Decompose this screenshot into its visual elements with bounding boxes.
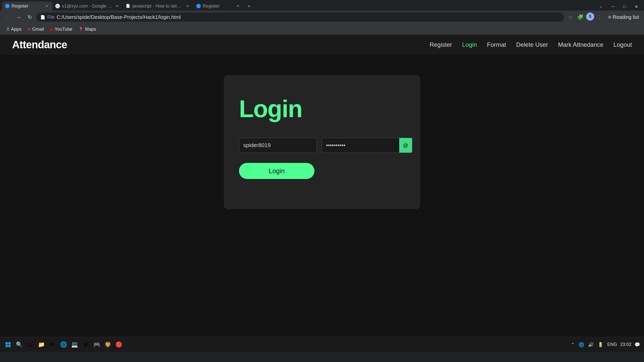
bookmark-apps-label: Apps [11,27,21,32]
browser-chrome: 🌐 Register ✕ G x1@xyz.com - Google Searc… [0,0,644,35]
bookmark-gmail-label: Gmail [32,27,44,32]
taskbar-terminal-button[interactable]: 🖥 [80,340,91,350]
extensions-button[interactable]: 🧩 [576,13,585,22]
nav-register[interactable]: Register [430,41,452,48]
nav-delete-user[interactable]: Delete User [516,41,548,48]
login-title: Login [239,95,405,123]
youtube-icon: ▶ [50,27,53,32]
gmail-icon: ✉ [27,27,31,32]
nav-login[interactable]: Login [462,41,477,48]
address-prefix: File [47,15,55,20]
reading-list-icon: ≡ [608,14,611,20]
taskbar-chrome-button[interactable]: 🔴 [114,340,124,350]
at-icon: @ [403,143,408,148]
tab-close-3[interactable]: ✕ [185,4,190,9]
app-navbar: Attendance Register Login Format Delete … [0,35,644,55]
bookmark-youtube-label: YouTube [55,27,72,32]
svg-rect-1 [8,342,11,344]
tab-register-active[interactable]: 🌐 Register ✕ [2,2,52,11]
tab-label-3: javascript - How to select nth ite... [132,4,183,9]
password-toggle-button[interactable]: @ [399,138,412,153]
svg-rect-3 [8,345,11,347]
nav-logout[interactable]: Logout [614,41,632,48]
tab-close-2[interactable]: ✕ [115,4,120,9]
taskbar-taskview-button[interactable]: 🗂 [25,340,35,350]
bookmark-apps[interactable]: ⠿ Apps [4,26,24,33]
window-controls: ─ □ ✕ [607,3,642,11]
maps-icon: 📍 [78,27,84,32]
login-submit-button[interactable]: Login [239,163,314,179]
close-button[interactable]: ✕ [630,3,642,11]
tab-favicon-3: 📄 [126,4,130,8]
taskbar-files-button[interactable]: 📁 [36,340,46,350]
password-wrapper: @ [322,138,412,153]
nav-format[interactable]: Format [487,41,506,48]
minimize-button[interactable]: ─ [607,3,619,11]
card-container: Login @ Login [0,55,644,209]
tab-javascript[interactable]: 📄 javascript - How to select nth ite... … [123,2,193,11]
forward-button[interactable]: → [14,13,23,22]
password-input[interactable] [322,138,399,153]
taskbar: 🔍 🗂 📁 ✉ 🌐 💻 🖥 🎮 🦁 🔴 ⌃ 🌐 🔊 🔋 ENG 23:02 💬 [0,337,644,352]
reload-button[interactable]: ↻ [25,13,34,22]
taskbar-start-button[interactable] [3,340,13,350]
tab-label-2: x1@xyz.com - Google Search [62,4,113,9]
tabs-row: 🌐 Register ✕ G x1@xyz.com - Google Searc… [0,0,644,11]
tab-favicon-1: 🌐 [5,4,10,8]
profile-button[interactable]: S [586,13,594,21]
tray-volume-icon[interactable]: 🔊 [587,341,595,348]
apps-icon: ⠿ [7,27,10,32]
address-text: C:/Users/spide/Desktop/Base-Projects/Hac… [57,14,560,20]
menu-button[interactable]: ⋮ [595,13,604,22]
tab-google[interactable]: G x1@xyz.com - Google Search ✕ [52,2,123,11]
back-button[interactable]: ← [3,13,12,22]
tab-label-1: Register [12,4,42,9]
form-row: @ [239,138,405,153]
bookmark-maps[interactable]: 📍 Maps [76,26,99,33]
app-nav-links: Register Login Format Delete User Mark A… [430,41,632,48]
tab-register-2[interactable]: 🌐 Register ✕ [193,2,244,11]
tray-language[interactable]: ENG [606,341,618,348]
clock-time: 23:02 [620,341,631,348]
tray-battery-icon[interactable]: 🔋 [597,341,604,348]
login-card: Login @ Login [224,75,420,209]
tab-overflow[interactable]: ⌄ [596,2,605,11]
tray-chevron-icon[interactable]: ⌃ [570,341,576,348]
taskbar-search-button[interactable]: 🔍 [14,340,24,350]
taskbar-clock: 23:02 [620,341,631,348]
app-logo: Attendance [12,39,67,51]
tab-favicon-2: G [55,4,60,8]
bookmark-maps-label: Maps [85,27,96,32]
bookmark-star-button[interactable]: ☆ [566,13,575,22]
tab-label-4: Register [203,4,233,9]
svg-rect-0 [6,342,8,344]
taskbar-xbox-button[interactable]: 🎮 [92,340,102,350]
taskbar-vscode-button[interactable]: 💻 [69,340,79,350]
tab-close-1[interactable]: ✕ [44,4,49,9]
main-content: Attendance Register Login Format Delete … [0,35,644,352]
nav-mark-attendance[interactable]: Mark Attnedance [558,41,603,48]
bookmark-youtube[interactable]: ▶ YouTube [48,26,75,33]
taskbar-browser-button[interactable]: 🌐 [58,340,68,350]
reading-list-label: Reading list [613,14,639,20]
taskbar-system-tray: ⌃ 🌐 🔊 🔋 ENG 23:02 💬 [570,341,641,348]
address-bar-actions: ☆ 🧩 S ⋮ [566,13,604,22]
maximize-button[interactable]: □ [619,3,630,11]
file-icon: 📄 [40,15,45,20]
bookmark-gmail[interactable]: ✉ Gmail [25,26,47,33]
address-bar-row: ← → ↻ 📄 File C:/Users/spide/Desktop/Base… [0,11,644,24]
tab-favicon-4: 🌐 [196,4,201,8]
taskbar-mail-button[interactable]: ✉ [47,340,57,350]
username-input[interactable] [239,138,317,153]
tray-notification-icon[interactable]: 💬 [633,341,641,348]
tray-network-icon[interactable]: 🌐 [578,341,585,348]
taskbar-brave-button[interactable]: 🦁 [103,340,113,350]
tab-close-4[interactable]: ✕ [235,4,240,9]
new-tab-button[interactable]: ＋ [245,2,254,11]
address-bar[interactable]: 📄 File C:/Users/spide/Desktop/Base-Proje… [36,13,564,22]
svg-rect-2 [6,345,8,347]
reading-list-button[interactable]: ≡ Reading list [606,13,641,21]
bookmarks-bar: ⠿ Apps ✉ Gmail ▶ YouTube 📍 Maps [0,24,644,35]
